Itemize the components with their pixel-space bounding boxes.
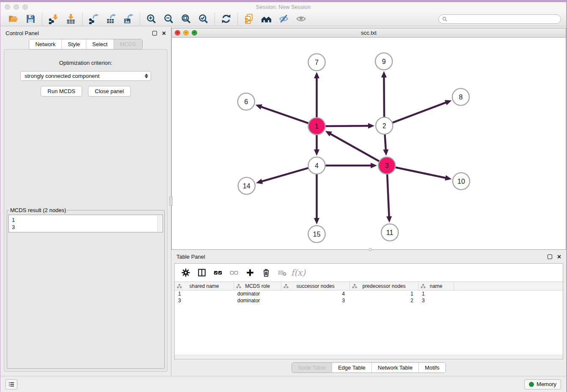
- table-scrollbar[interactable]: [175, 355, 563, 359]
- column-header-predecessor-nodes[interactable]: predecessor nodes: [350, 282, 418, 290]
- arrowhead-1-6: [256, 104, 262, 109]
- network-minimize-icon[interactable]: −: [183, 30, 189, 36]
- graph-node-label: 4: [315, 162, 319, 169]
- list-icon: [8, 381, 15, 388]
- mcds-result-list[interactable]: 13: [8, 215, 163, 232]
- control-panel-tabs: NetworkStyleSelectMCDS: [29, 39, 142, 50]
- float-table-panel-icon[interactable]: [548, 254, 552, 259]
- tab-mcds[interactable]: MCDS: [114, 39, 142, 49]
- mcds-result-line: 3: [12, 224, 160, 231]
- table-row[interactable]: 3dominator323: [175, 297, 563, 304]
- tab-edge-table[interactable]: Edge Table: [332, 363, 372, 373]
- arrowhead-4-14: [256, 179, 263, 184]
- table-settings-icon[interactable]: [180, 267, 192, 279]
- graph-node-label: 2: [383, 122, 386, 130]
- tab-network-table[interactable]: Network Table: [372, 363, 419, 373]
- tab-select[interactable]: Select: [86, 39, 114, 49]
- edge-1-6[interactable]: [261, 107, 309, 124]
- import-table-icon[interactable]: [65, 13, 77, 25]
- hide-all-columns-icon[interactable]: [228, 267, 240, 279]
- edge-2-3[interactable]: [385, 134, 386, 150]
- column-header-name[interactable]: name: [418, 282, 454, 290]
- delete-table-icon[interactable]: [276, 267, 288, 279]
- edge-2-8[interactable]: [392, 102, 446, 123]
- window-titlebar: Session: New Session: [0, 2, 566, 12]
- toolbar-separator: [215, 13, 215, 25]
- tab-motifs[interactable]: Motifs: [419, 363, 446, 373]
- toolbar-separator: [42, 13, 42, 25]
- close-table-panel-icon[interactable]: ×: [557, 254, 561, 259]
- network-close-icon[interactable]: ×: [175, 30, 180, 36]
- criterion-dropdown[interactable]: strongly connected component: [20, 71, 151, 81]
- home-neighbors-icon[interactable]: [261, 13, 272, 25]
- column-header-MCDS-role[interactable]: MCDS role: [234, 282, 281, 290]
- dropdown-stepper-icon: [144, 74, 149, 78]
- window-zoom-button[interactable]: [22, 4, 28, 10]
- table-cell: 2: [350, 298, 418, 304]
- import-network-icon[interactable]: [48, 13, 59, 25]
- table-row[interactable]: 1dominator411: [175, 290, 563, 297]
- network-view-window: × − + scc.txt 7968124314101511: [171, 28, 566, 250]
- network-canvas[interactable]: 7968124314101511: [172, 38, 566, 249]
- memory-label: Memory: [537, 381, 556, 387]
- window-minimize-button[interactable]: [14, 4, 19, 10]
- zoom-out-icon[interactable]: [163, 13, 174, 25]
- show-view-icon[interactable]: [295, 13, 307, 25]
- arrowhead-2-9: [381, 71, 387, 77]
- node-table[interactable]: shared nameMCDS rolesuccessor nodesprede…: [175, 282, 563, 355]
- mcds-result-group: MCDS result (2 nodes) 13: [7, 207, 165, 369]
- export-table-icon[interactable]: [105, 13, 117, 25]
- close-panel-button[interactable]: Close panel: [88, 86, 131, 97]
- close-panel-icon[interactable]: ×: [162, 31, 166, 36]
- run-mcds-button[interactable]: Run MCDS: [41, 86, 82, 97]
- zoom-in-icon[interactable]: [146, 13, 157, 25]
- result-scrollbar[interactable]: [157, 215, 162, 232]
- arrowhead-2-3: [383, 149, 388, 156]
- export-image-icon[interactable]: [123, 13, 134, 25]
- main-toolbar: [0, 12, 566, 26]
- graph-node-label: 10: [457, 177, 465, 185]
- column-header-shared-name[interactable]: shared name: [175, 282, 234, 290]
- float-panel-icon[interactable]: [152, 31, 157, 36]
- zoom-selected-icon[interactable]: [198, 13, 209, 25]
- edge-1-2[interactable]: [325, 126, 369, 126]
- save-session-icon[interactable]: [25, 13, 36, 25]
- network-window-titlebar[interactable]: × − + scc.txt: [172, 28, 566, 38]
- table-cell: 3: [175, 298, 234, 304]
- window-close-button[interactable]: [5, 4, 10, 10]
- add-column-icon[interactable]: [244, 267, 256, 279]
- tab-style[interactable]: Style: [62, 39, 86, 49]
- column-chooser-icon[interactable]: [196, 267, 208, 279]
- tab-node-table[interactable]: Node Table: [292, 363, 332, 373]
- edge-2-9[interactable]: [384, 77, 384, 118]
- hide-graphics-details-icon[interactable]: [278, 13, 289, 25]
- edge-3-11[interactable]: [387, 174, 389, 217]
- mcds-result-line: 1: [12, 216, 160, 224]
- edge-3-10[interactable]: [395, 167, 446, 178]
- refresh-view-icon[interactable]: [220, 13, 232, 25]
- mcds-panel: Optimization criterion: strongly connect…: [4, 49, 168, 372]
- edge-4-14[interactable]: [261, 168, 309, 182]
- show-all-columns-icon[interactable]: [212, 267, 224, 279]
- graph-node-label: 15: [313, 230, 321, 238]
- function-builder-icon[interactable]: f(x): [292, 267, 304, 279]
- arrowhead-1-4: [314, 149, 319, 156]
- graph-node-label: 14: [243, 182, 250, 190]
- column-header-successor-nodes[interactable]: successor nodes: [281, 282, 350, 290]
- edge-3-1[interactable]: [330, 134, 380, 162]
- network-graph[interactable]: 7968124314101511: [172, 38, 566, 249]
- memory-button[interactable]: Memory: [524, 379, 561, 389]
- search-field[interactable]: [438, 14, 561, 24]
- table-cell: 4: [281, 291, 350, 297]
- tab-network[interactable]: Network: [29, 39, 62, 49]
- zoom-fit-icon[interactable]: [180, 13, 192, 25]
- clone-network-icon[interactable]: [243, 13, 255, 25]
- open-file-icon[interactable]: [8, 13, 19, 25]
- task-history-button[interactable]: [6, 379, 17, 389]
- search-input[interactable]: [449, 16, 557, 22]
- panel-splitter-handle[interactable]: [169, 196, 173, 206]
- delete-column-icon[interactable]: [260, 267, 272, 279]
- export-network-icon[interactable]: [88, 13, 99, 25]
- canvas-resize-handle[interactable]: [369, 248, 372, 251]
- network-maximize-icon[interactable]: +: [192, 30, 197, 36]
